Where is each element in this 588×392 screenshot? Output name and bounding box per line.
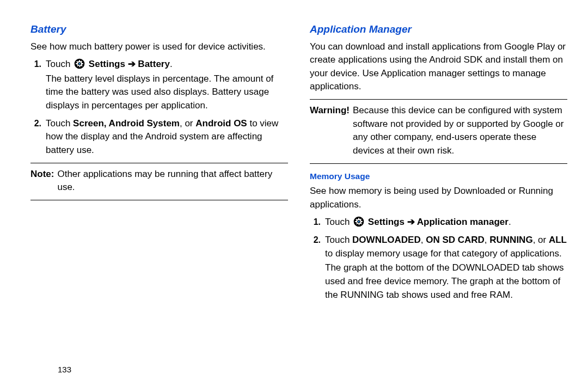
m2-c1: , — [421, 235, 426, 245]
battery-intro: See how much battery power is used for d… — [30, 40, 288, 54]
m2-b1: DOWNLOADED — [352, 235, 421, 245]
m2-b4: ALL — [549, 235, 567, 245]
battery-step-1: 1. Touch Settings ➔ Battery. The battery… — [44, 58, 288, 113]
divider — [310, 99, 567, 100]
m2-b2: ON SD CARD — [426, 235, 485, 245]
m2-pre: Touch — [325, 235, 352, 245]
m2-extra: The graph at the bottom of the DOWNLOADE… — [325, 261, 567, 302]
m2-c3: , or — [533, 235, 549, 245]
step2-mid: , or — [180, 118, 195, 128]
step-number: 2. — [310, 234, 321, 246]
warning-text: Because this device can be configured wi… — [353, 104, 567, 158]
step2-pre: Touch — [46, 118, 73, 128]
step-description: The battery level displays in percentage… — [46, 72, 288, 113]
memory-step-2: 2. Touch DOWNLOADED, ON SD CARD, RUNNING… — [323, 234, 567, 302]
step-number: 2. — [30, 117, 41, 130]
step-number: 1. — [30, 58, 41, 70]
step-touch-text: Touch — [325, 217, 350, 227]
battery-steps: 1. Touch Settings ➔ Battery. The battery… — [30, 58, 288, 157]
note-text: Other applications may be running that a… — [57, 168, 288, 194]
note-label: Note: — [30, 168, 54, 194]
divider — [310, 163, 567, 164]
battery-heading: Battery — [30, 22, 288, 37]
memory-steps: 1. Touch Settings ➔ Application manager.… — [310, 216, 567, 302]
appmgr-warning: Warning! Because this device can be conf… — [310, 104, 567, 158]
step2-bold2: Android OS — [195, 118, 247, 128]
step-period: . — [509, 217, 511, 227]
step-touch-text: Touch — [46, 59, 70, 69]
memory-step-1: 1. Touch Settings ➔ Application manager. — [323, 216, 567, 229]
memory-usage-intro: See how memory is being used by Download… — [310, 185, 567, 211]
m2-post: to display memory usage for that categor… — [325, 248, 562, 259]
divider — [30, 163, 288, 163]
settings-gear-icon — [353, 216, 364, 227]
page-number: 133 — [58, 364, 71, 376]
step-path: Settings ➔ Application manager — [368, 217, 509, 227]
step-period: . — [170, 59, 173, 69]
m2-c2: , — [485, 235, 489, 245]
memory-usage-heading: Memory Usage — [310, 170, 567, 182]
step-number: 1. — [310, 216, 321, 228]
step2-bold1: Screen, Android System — [73, 118, 180, 128]
appmgr-intro: You can download and install application… — [310, 40, 567, 94]
divider — [30, 200, 288, 200]
warning-label: Warning! — [310, 104, 350, 158]
battery-note: Note: Other applications may be running … — [30, 168, 288, 194]
m2-b3: RUNNING — [489, 235, 532, 245]
settings-gear-icon — [74, 58, 85, 69]
appmgr-heading: Application Manager — [310, 22, 567, 37]
step-path: Settings ➔ Battery — [89, 59, 170, 69]
battery-step-2: 2. Touch Screen, Android System, or Andr… — [44, 117, 288, 157]
left-column: Battery See how much battery power is us… — [30, 22, 288, 306]
right-column: Application Manager You can download and… — [310, 22, 567, 306]
